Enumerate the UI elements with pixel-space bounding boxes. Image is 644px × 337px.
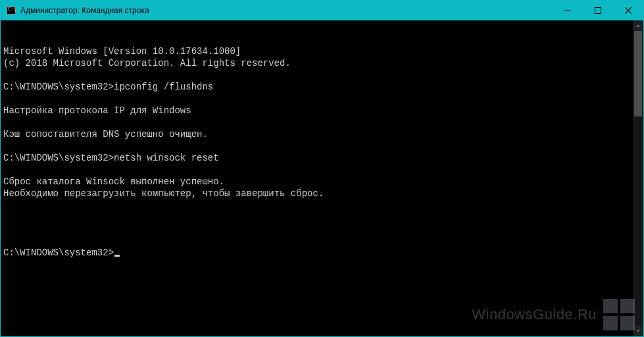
console-line: (c) 2018 Microsoft Corporation. All righ… [3, 57, 641, 69]
console-line: Сброс каталога Winsock выполнен успешно. [3, 176, 641, 188]
console-line: Настройка протокола IP для Windows [3, 105, 641, 117]
svg-marker-5 [636, 330, 640, 332]
scroll-up-arrow-icon[interactable] [633, 20, 643, 31]
console-line: C:\WINDOWS\system32>ipconfig /flushdns [3, 81, 641, 93]
console-line [3, 164, 641, 176]
console-line [3, 211, 641, 223]
text-cursor [114, 255, 120, 257]
window-controls [553, 1, 643, 20]
vertical-scrollbar[interactable] [633, 20, 643, 336]
command-prompt-window: C:\ Администратор: Командная строка Micr… [0, 0, 644, 337]
console-line [3, 69, 641, 81]
maximize-button[interactable] [583, 1, 613, 20]
console-line [3, 93, 641, 105]
svg-rect-0 [564, 11, 571, 11]
scrollbar-track[interactable] [633, 31, 643, 326]
console-line: C:\WINDOWS\system32>netsh winsock reset [3, 152, 641, 164]
console-line [3, 199, 641, 211]
scrollbar-thumb[interactable] [634, 31, 642, 117]
window-title: Администратор: Командная строка [20, 6, 553, 15]
console-line [3, 117, 641, 128]
svg-marker-4 [636, 24, 640, 27]
console-line: Microsoft Windows [Version 10.0.17634.10… [3, 45, 641, 57]
console-line: Необходимо перезагрузить компьютер, чтоб… [3, 188, 641, 199]
titlebar[interactable]: C:\ Администратор: Командная строка [1, 1, 643, 20]
svg-rect-1 [595, 8, 601, 14]
prompt-text: C:\WINDOWS\system32> [3, 247, 114, 258]
console-line [3, 140, 641, 152]
console-line: Кэш сопоставителя DNS успешно очищен. [3, 128, 641, 140]
cmd-icon: C:\ [6, 5, 16, 16]
minimize-button[interactable] [553, 1, 583, 20]
console-area[interactable]: Microsoft Windows [Version 10.0.17634.10… [1, 20, 643, 336]
console-prompt-line: C:\WINDOWS\system32> [3, 247, 641, 259]
close-button[interactable] [613, 1, 643, 20]
scroll-down-arrow-icon[interactable] [633, 326, 643, 336]
